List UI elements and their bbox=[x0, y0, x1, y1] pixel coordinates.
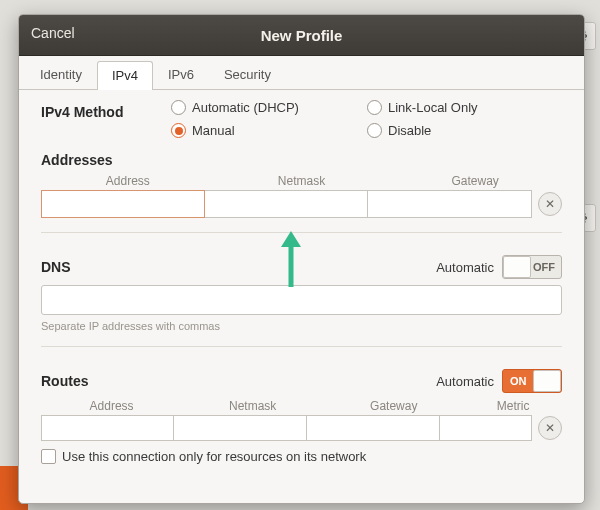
col-address: Address bbox=[41, 174, 215, 188]
addresses-header: Address Netmask Gateway bbox=[41, 174, 562, 188]
cancel-button[interactable]: Cancel bbox=[31, 25, 75, 41]
tab-identity[interactable]: Identity bbox=[25, 60, 97, 89]
switch-on-text: ON bbox=[510, 375, 527, 387]
route-netmask-input[interactable] bbox=[174, 415, 307, 441]
radio-label: Automatic (DHCP) bbox=[192, 100, 299, 115]
dns-input[interactable] bbox=[41, 285, 562, 315]
tab-bar: Identity IPv4 IPv6 Security bbox=[19, 56, 584, 90]
route-metric-input[interactable] bbox=[440, 415, 532, 441]
radio-automatic-dhcp[interactable]: Automatic (DHCP) bbox=[171, 100, 361, 115]
radio-manual[interactable]: Manual bbox=[171, 123, 361, 138]
ipv4-method-options: Automatic (DHCP) Link-Local Only Manual … bbox=[171, 100, 537, 138]
route-address-input[interactable] bbox=[41, 415, 174, 441]
dns-automatic-label: Automatic bbox=[436, 260, 494, 275]
address-input[interactable] bbox=[41, 190, 205, 218]
tab-ipv4[interactable]: IPv4 bbox=[97, 61, 153, 90]
radio-label: Manual bbox=[192, 123, 235, 138]
col-address: Address bbox=[41, 399, 182, 413]
route-row: ✕ bbox=[41, 415, 562, 441]
switch-off-text: OFF bbox=[533, 261, 555, 273]
col-metric: Metric bbox=[464, 399, 562, 413]
tab-security[interactable]: Security bbox=[209, 60, 286, 89]
delete-row-button[interactable]: ✕ bbox=[538, 416, 562, 440]
dns-label: DNS bbox=[41, 259, 71, 275]
ipv4-method-label: IPv4 Method bbox=[41, 104, 171, 120]
netmask-input[interactable] bbox=[205, 190, 369, 218]
delete-row-button[interactable]: ✕ bbox=[538, 192, 562, 216]
routes-automatic-switch[interactable]: ON bbox=[502, 369, 562, 393]
dialog-title: New Profile bbox=[261, 27, 343, 44]
col-gateway: Gateway bbox=[323, 399, 464, 413]
col-gateway: Gateway bbox=[388, 174, 562, 188]
divider bbox=[41, 346, 562, 347]
only-resources-checkbox[interactable] bbox=[41, 449, 56, 464]
tab-ipv6[interactable]: IPv6 bbox=[153, 60, 209, 89]
only-resources-label: Use this connection only for resources o… bbox=[62, 449, 366, 464]
addresses-label: Addresses bbox=[41, 152, 562, 168]
radio-disable[interactable]: Disable bbox=[367, 123, 537, 138]
dns-hint: Separate IP addresses with commas bbox=[41, 320, 562, 332]
col-netmask: Netmask bbox=[215, 174, 389, 188]
route-gateway-input[interactable] bbox=[307, 415, 440, 441]
routes-automatic-label: Automatic bbox=[436, 374, 494, 389]
routes-label: Routes bbox=[41, 373, 88, 389]
col-netmask: Netmask bbox=[182, 399, 323, 413]
divider bbox=[41, 232, 562, 233]
gateway-input[interactable] bbox=[368, 190, 532, 218]
radio-label: Disable bbox=[388, 123, 431, 138]
radio-link-local-only[interactable]: Link-Local Only bbox=[367, 100, 537, 115]
dialog-header: Cancel New Profile bbox=[19, 15, 584, 56]
close-icon: ✕ bbox=[545, 421, 555, 435]
routes-header: Address Netmask Gateway Metric bbox=[41, 399, 562, 413]
dns-automatic-switch[interactable]: OFF bbox=[502, 255, 562, 279]
dialog-body: IPv4 Method Automatic (DHCP) Link-Local … bbox=[19, 90, 584, 464]
close-icon: ✕ bbox=[545, 197, 555, 211]
radio-label: Link-Local Only bbox=[388, 100, 478, 115]
new-profile-dialog: Cancel New Profile Identity IPv4 IPv6 Se… bbox=[18, 14, 585, 504]
address-row: ✕ bbox=[41, 190, 562, 218]
